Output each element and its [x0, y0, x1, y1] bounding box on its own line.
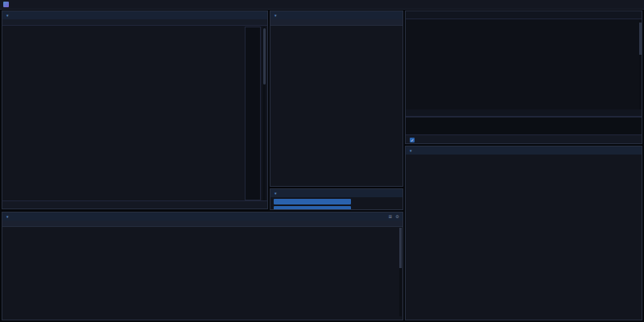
menu-bar — [0, 0, 644, 10]
pattern-data-panel: ▼ ⊞ ⚙ — [2, 212, 403, 320]
hex-column-header — [2, 19, 267, 26]
pattern-data-settings-icon[interactable]: ⚙ — [395, 214, 399, 219]
collapse-triangle-icon[interactable]: ▼ — [409, 149, 412, 153]
imhex-window: ▼ ▼ ▼ — [0, 0, 644, 322]
console-output — [406, 117, 642, 134]
pattern-data-grid-icon[interactable]: ⊞ — [388, 214, 392, 219]
pattern-data-scrollbar[interactable] — [399, 228, 402, 316]
pattern-code-editor[interactable] — [406, 19, 642, 109]
byte-types-chart — [425, 158, 568, 238]
hex-footer — [2, 200, 267, 208]
format-setting-row — [270, 205, 402, 210]
inspector-settings-panel: ▼ — [270, 188, 403, 210]
hex-grid[interactable] — [2, 26, 267, 27]
scrollbar-thumb[interactable] — [263, 28, 266, 85]
settings-title-bar[interactable]: ▼ — [270, 189, 402, 197]
data-information-title-bar[interactable]: ▼ — [406, 147, 642, 155]
endian-toggle[interactable] — [274, 199, 351, 204]
endian-setting-row — [270, 198, 402, 204]
scrollbar-thumb[interactable] — [399, 228, 402, 268]
data-inspector-panel: ▼ — [270, 10, 403, 187]
data-inspector-title-bar[interactable]: ▼ — [270, 11, 402, 19]
evaluate-bar: ✓ — [406, 134, 642, 144]
collapse-triangle-icon[interactable]: ▼ — [274, 192, 277, 196]
byte-types-legend — [573, 163, 642, 201]
pattern-data-title-bar[interactable]: ▼ ⊞ ⚙ — [2, 213, 402, 221]
pattern-editor-panel: ✓ — [405, 10, 642, 144]
hex-editor-title-bar[interactable]: ▼ — [2, 11, 267, 19]
hex-editor-panel: ▼ — [2, 10, 268, 209]
data-information-panel: ▼ — [405, 146, 642, 320]
pattern-data-column-header — [2, 221, 402, 227]
collapse-triangle-icon[interactable]: ▼ — [274, 14, 277, 18]
collapse-triangle-icon[interactable]: ▼ — [6, 14, 9, 18]
collapse-triangle-icon[interactable]: ▼ — [6, 215, 9, 219]
inspector-column-header — [270, 19, 402, 26]
entropy-chart — [425, 248, 639, 314]
console-tabs — [406, 109, 642, 117]
pattern-editor-tabs — [406, 11, 642, 19]
auto-evaluate-checkbox[interactable]: ✓ — [410, 138, 415, 142]
hex-scrollbar[interactable] — [262, 27, 266, 200]
hex-minimap[interactable] — [245, 27, 261, 200]
code-scrollbar[interactable] — [639, 19, 642, 109]
imhex-logo-icon — [3, 2, 9, 7]
scrollbar-thumb[interactable] — [639, 23, 642, 55]
format-toggle[interactable] — [274, 206, 351, 211]
